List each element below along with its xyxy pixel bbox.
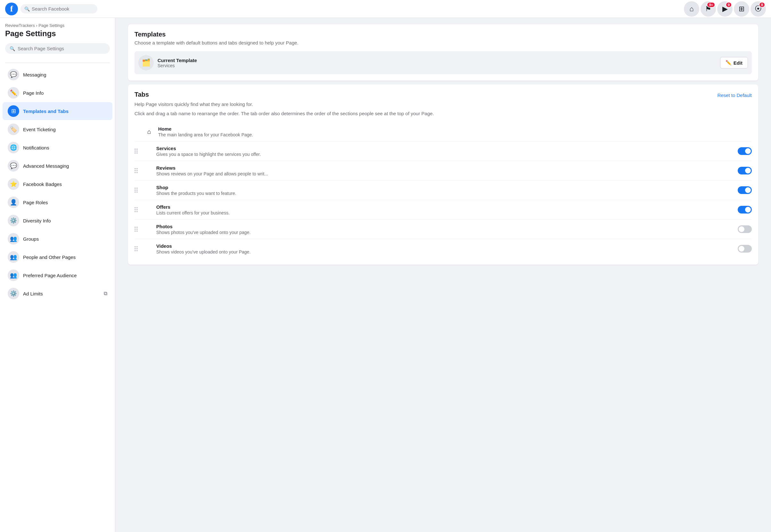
reset-to-default-link[interactable]: Reset to Default [717, 93, 752, 98]
offers-toggle-slider [738, 206, 752, 214]
photos-toggle[interactable] [738, 225, 752, 233]
reviews-tab-icon [142, 165, 153, 176]
nav-people-button[interactable]: ⦿ 8 [751, 1, 766, 17]
facebook-logo[interactable]: f [5, 3, 18, 15]
tab-item-shop: ShopShows the products you want to featu… [134, 181, 752, 200]
sidebar-item-messaging[interactable]: 💬Messaging [3, 66, 112, 84]
tab-item-photos: PhotosShows photos you've uploaded onto … [134, 220, 752, 239]
advanced-messaging-nav-icon: 💬 [8, 160, 19, 172]
sidebar-item-label-people-other-pages: People and Other Pages [23, 254, 76, 260]
sidebar-item-notifications[interactable]: 🌐Notifications [3, 139, 112, 157]
videos-tab-desc: Shows videos you've uploaded onto your P… [156, 249, 738, 254]
sidebar-item-label-notifications: Notifications [23, 145, 49, 150]
sidebar-item-label-diversity-info: Diversity Info [23, 218, 51, 223]
home-tab-icon: ⌂ [143, 126, 155, 137]
nav-icon-group: ⌂ ⚑ 9+ ▶ 9 ⊞ ⦿ 8 [684, 1, 766, 17]
template-icon: 🗂️ [138, 55, 154, 70]
sidebar: ReviewTrackers › Page Settings Page Sett… [0, 18, 115, 532]
templates-subtitle: Choose a template with default buttons a… [134, 39, 752, 46]
sidebar-header: ReviewTrackers › Page Settings Page Sett… [0, 23, 115, 60]
sidebar-item-facebook-badges[interactable]: ⭐Facebook Badges [3, 175, 112, 193]
sidebar-item-ad-limits[interactable]: ⚙️Ad Limits⧉ [3, 285, 112, 302]
photos-tab-desc: Shows photos you've uploaded onto your p… [156, 230, 738, 235]
tab-item-offers: OffersLists current offers for your busi… [134, 200, 752, 220]
nav-store-button[interactable]: ⊞ [734, 1, 749, 17]
sidebar-item-page-info[interactable]: ✏️Page Info [3, 84, 112, 102]
people-other-pages-nav-icon: 👥 [8, 251, 19, 263]
shop-tab-desc: Shows the products you want to feature. [156, 191, 738, 196]
photos-toggle-slider [738, 225, 752, 233]
reviews-toggle[interactable] [738, 167, 752, 174]
sidebar-item-label-page-info: Page Info [23, 90, 44, 96]
tab-item-services: ServicesGives you a space to highlight t… [134, 141, 752, 161]
tabs-card-header: Tabs Reset to Default [134, 91, 752, 100]
edit-template-button[interactable]: ✏️ Edit [720, 57, 748, 69]
videos-toggle[interactable] [738, 245, 752, 253]
page-info-nav-icon: ✏️ [8, 87, 19, 99]
sidebar-item-label-preferred-audience: Preferred Page Audience [23, 273, 77, 278]
settings-search-bar[interactable]: 🔍 [5, 43, 110, 54]
photos-tab-icon [142, 223, 153, 235]
drag-handle-photos[interactable] [134, 227, 138, 232]
sidebar-item-page-roles[interactable]: 👤Page Roles [3, 193, 112, 211]
drag-handle-services[interactable] [134, 149, 138, 154]
search-icon: 🔍 [24, 6, 30, 12]
template-row: 🗂️ Current Template Services ✏️ Edit [134, 51, 752, 74]
templates-card: Templates Choose a template with default… [128, 24, 758, 81]
template-info: Current Template Services [158, 58, 720, 68]
photos-tab-name: Photos [156, 224, 738, 229]
drag-handle-reviews[interactable] [134, 168, 138, 173]
sidebar-item-advanced-messaging[interactable]: 💬Advanced Messaging [3, 157, 112, 175]
nav-home-button[interactable]: ⌂ [684, 1, 699, 17]
nav-flag-button[interactable]: ⚑ 9+ [701, 1, 716, 17]
settings-search-input[interactable] [18, 46, 105, 51]
sidebar-item-people-other-pages[interactable]: 👥People and Other Pages [3, 248, 112, 266]
breadcrumb-current: Page Settings [38, 23, 64, 28]
template-value: Services [158, 63, 720, 68]
offers-tab-desc: Lists current offers for your business. [156, 210, 738, 215]
tab-item-videos: VideosShows videos you've uploaded onto … [134, 239, 752, 258]
sidebar-item-preferred-audience[interactable]: 👥Preferred Page Audience [3, 266, 112, 284]
preferred-audience-nav-icon: 👥 [8, 270, 19, 281]
sidebar-item-event-ticketing[interactable]: 🏷️Event Ticketing [3, 120, 112, 138]
nav-video-button[interactable]: ▶ 9 [717, 1, 733, 17]
drag-handle-videos[interactable] [134, 246, 138, 251]
home-icon: ⌂ [689, 5, 694, 13]
sidebar-item-label-ad-limits: Ad Limits [23, 291, 43, 296]
edit-icon: ✏️ [726, 60, 732, 66]
shop-tab-info: ShopShows the products you want to featu… [156, 185, 738, 196]
sidebar-item-label-facebook-badges: Facebook Badges [23, 181, 62, 187]
video-badge: 9 [726, 2, 732, 8]
sidebar-item-diversity-info[interactable]: ⚙️Diversity Info [3, 212, 112, 230]
services-toggle[interactable] [738, 147, 752, 155]
sidebar-item-templates-tabs[interactable]: ⊞Templates and Tabs [3, 102, 112, 120]
edit-label: Edit [734, 60, 743, 66]
sidebar-item-label-groups: Groups [23, 236, 39, 242]
home-tab-info: HomeThe main landing area for your Faceb… [158, 126, 752, 137]
sidebar-item-groups[interactable]: 👥Groups [3, 230, 112, 248]
people-badge: 8 [759, 2, 765, 8]
offers-toggle[interactable] [738, 206, 752, 214]
event-ticketing-nav-icon: 🏷️ [8, 124, 19, 135]
videos-toggle-slider [738, 245, 752, 253]
services-tab-icon [142, 145, 153, 157]
global-search-bar[interactable]: 🔍 [20, 4, 97, 13]
sidebar-item-label-messaging: Messaging [23, 72, 46, 77]
shop-tab-icon [142, 184, 153, 196]
videos-tab-info: VideosShows videos you've uploaded onto … [156, 243, 738, 254]
tabs-title: Tabs [134, 91, 149, 98]
breadcrumb-link[interactable]: ReviewTrackers [5, 23, 35, 28]
sidebar-item-label-templates-tabs: Templates and Tabs [23, 109, 69, 114]
tab-item-reviews: ReviewsShows reviews on your Page and al… [134, 161, 752, 181]
drag-handle-shop[interactable] [134, 188, 138, 193]
sidebar-divider [5, 63, 110, 63]
services-tab-name: Services [156, 146, 738, 151]
diversity-info-nav-icon: ⚙️ [8, 215, 19, 226]
groups-nav-icon: 👥 [8, 233, 19, 245]
settings-search-icon: 🔍 [10, 46, 15, 51]
global-search-input[interactable] [32, 6, 93, 12]
drag-handle-offers[interactable] [134, 207, 138, 212]
external-link-icon-ad-limits: ⧉ [104, 291, 107, 296]
page-roles-nav-icon: 👤 [8, 197, 19, 208]
shop-toggle[interactable] [738, 186, 752, 194]
